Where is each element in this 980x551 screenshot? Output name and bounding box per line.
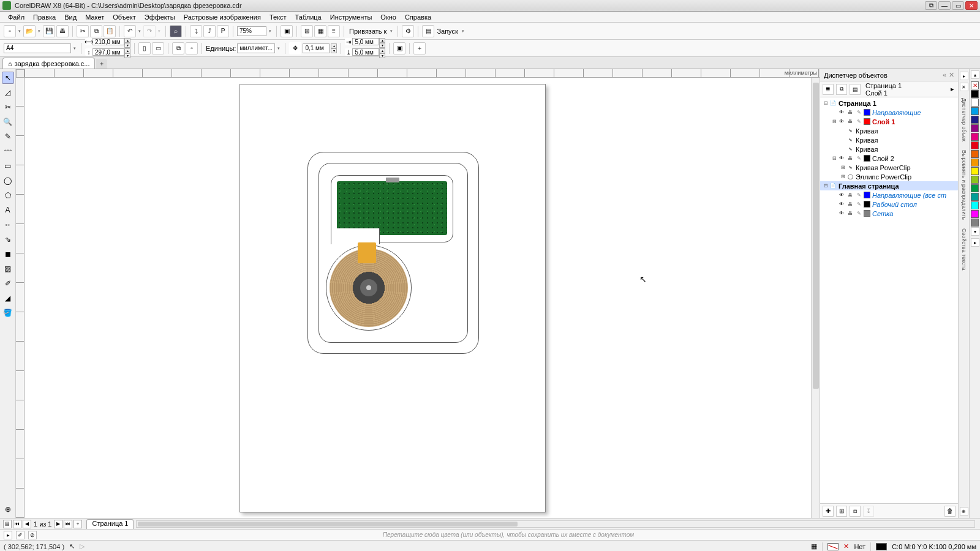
- parallel-dim-tool[interactable]: ↔: [2, 219, 14, 231]
- expand-icon[interactable]: ⊞: [840, 165, 846, 170]
- tree-row[interactable]: 👁🖶✎Рабочий стол: [820, 200, 958, 209]
- color-swatch[interactable]: [971, 107, 979, 115]
- add-page-button[interactable]: ＋: [74, 520, 82, 528]
- page-size-select[interactable]: [4, 43, 71, 53]
- transparency-tool[interactable]: ▨: [2, 263, 14, 275]
- page-options-button[interactable]: ▤: [3, 520, 12, 528]
- connector-tool[interactable]: ⇘: [2, 233, 14, 246]
- snap-dropdown[interactable]: ▾: [389, 25, 394, 37]
- editable-icon[interactable]: ✎: [855, 155, 862, 162]
- import-button[interactable]: ⤵: [190, 25, 202, 37]
- color-swatch[interactable]: [971, 99, 979, 107]
- corel-helper-button[interactable]: ⧉: [925, 1, 937, 10]
- add-document-button[interactable]: ＋: [96, 59, 107, 69]
- dup-x-input[interactable]: [352, 38, 379, 45]
- layer-color-swatch[interactable]: [864, 118, 870, 125]
- editable-icon[interactable]: ✎: [855, 201, 862, 208]
- dup-x-spinner[interactable]: ▴▾: [379, 38, 385, 48]
- color-swatch[interactable]: [971, 116, 979, 124]
- canvas[interactable]: миллиметры ↖: [16, 69, 820, 518]
- fullscreen-button[interactable]: ▣: [281, 25, 293, 37]
- vertical-scrollbar[interactable]: [811, 78, 820, 518]
- visibility-icon[interactable]: 👁: [838, 192, 845, 199]
- tree-row[interactable]: ∿Кривая: [820, 126, 958, 135]
- tree-row[interactable]: ⊟📄Главная страница: [820, 181, 958, 190]
- new-button[interactable]: ▫: [4, 25, 16, 37]
- close-button[interactable]: ✕: [965, 1, 978, 10]
- interactive-fill-tool[interactable]: ◢: [2, 292, 14, 304]
- docker-close-button[interactable]: ✕: [949, 71, 954, 78]
- page-size-dropdown[interactable]: ▾: [72, 42, 77, 54]
- options-button[interactable]: ⚙: [402, 25, 414, 37]
- polygon-tool[interactable]: ⬠: [2, 189, 14, 201]
- maximize-button[interactable]: ▭: [952, 1, 964, 10]
- color-swatch[interactable]: [971, 201, 979, 209]
- landscape-button[interactable]: ▭: [152, 42, 164, 54]
- copy-button[interactable]: ⧉: [90, 25, 102, 37]
- smart-fill-tool[interactable]: 🪣: [2, 307, 14, 319]
- prev-page-button[interactable]: ◀: [23, 520, 31, 528]
- fill-swatch[interactable]: [827, 543, 839, 550]
- page-height-input[interactable]: [92, 48, 124, 56]
- menu-текст[interactable]: Текст: [265, 12, 291, 22]
- palette-scroll-up[interactable]: ▴: [971, 70, 979, 79]
- visibility-icon[interactable]: 👁: [838, 201, 845, 208]
- horizontal-scrollbar[interactable]: [136, 520, 975, 528]
- units-select[interactable]: [237, 43, 275, 53]
- color-swatch[interactable]: [971, 219, 979, 227]
- collapse-dockers-button[interactable]: ▸: [960, 72, 968, 80]
- layer-color-swatch[interactable]: [864, 201, 870, 208]
- doc-palette-options[interactable]: ▸: [4, 531, 12, 539]
- printable-icon[interactable]: 🖶: [846, 118, 854, 126]
- cut-button[interactable]: ✂: [77, 25, 89, 37]
- publish-pdf-button[interactable]: P: [217, 25, 229, 37]
- palette-flyout[interactable]: ▸: [971, 238, 979, 247]
- docker-titlebar[interactable]: Диспетчер объектов «✕: [820, 69, 958, 81]
- visibility-icon[interactable]: 👁: [838, 210, 845, 217]
- save-button[interactable]: 💾: [43, 25, 55, 37]
- launch-label[interactable]: Запуск: [435, 28, 459, 35]
- width-spinner[interactable]: ▴▾: [124, 38, 130, 48]
- hscroll-thumb[interactable]: [138, 522, 518, 527]
- redo-button[interactable]: ↷: [143, 25, 156, 37]
- minimize-button[interactable]: —: [938, 1, 951, 10]
- artistic-media-tool[interactable]: 〰: [2, 145, 14, 157]
- expand-icon[interactable]: ⊟: [831, 156, 837, 161]
- crop-tool[interactable]: ✂: [2, 101, 14, 113]
- menu-файл[interactable]: Файл: [4, 12, 29, 22]
- color-swatch[interactable]: [971, 141, 979, 149]
- page-width-input[interactable]: [92, 38, 124, 45]
- ruler-corner[interactable]: [16, 69, 24, 78]
- menu-растровые изображения[interactable]: Растровые изображения: [179, 12, 265, 22]
- undo-dropdown[interactable]: ▾: [137, 25, 142, 37]
- add-docker-button[interactable]: ⊕: [960, 507, 968, 515]
- show-rulers-button[interactable]: ⊞: [301, 25, 313, 37]
- printable-icon[interactable]: 🖶: [846, 192, 854, 199]
- outline-swatch[interactable]: [876, 543, 887, 550]
- drop-shadow-tool[interactable]: ◼: [2, 248, 14, 260]
- zoom-input[interactable]: [237, 26, 266, 36]
- current-page-button[interactable]: ▫: [186, 42, 198, 54]
- search-content-button[interactable]: ⌕: [170, 25, 182, 37]
- palette-scroll-down[interactable]: ▾: [971, 227, 979, 236]
- undo-button[interactable]: ↶: [124, 25, 136, 37]
- redo-dropdown[interactable]: ▾: [157, 25, 162, 37]
- editable-icon[interactable]: ✎: [855, 192, 862, 199]
- zoom-tool[interactable]: 🔍: [2, 116, 14, 128]
- color-swatch[interactable]: [971, 124, 979, 132]
- launch-dropdown[interactable]: ▾: [461, 25, 466, 37]
- printable-icon[interactable]: 🖶: [846, 109, 854, 116]
- portrait-button[interactable]: ▯: [138, 42, 151, 54]
- color-swatch[interactable]: [971, 176, 979, 184]
- print-button[interactable]: 🖶: [56, 25, 69, 37]
- show-guidelines-button[interactable]: ≡: [328, 25, 340, 37]
- expand-icon[interactable]: ⊟: [823, 183, 829, 189]
- menu-вид[interactable]: Вид: [60, 12, 81, 22]
- zoom-dropdown[interactable]: ▾: [268, 25, 273, 37]
- close-docker-tab-button[interactable]: ✕: [960, 83, 968, 91]
- color-swatch[interactable]: [971, 184, 979, 192]
- dup-y-spinner[interactable]: ▴▾: [379, 48, 385, 58]
- edit-across-layers-button[interactable]: ⧉: [836, 84, 847, 95]
- show-grid-button[interactable]: ▦: [314, 25, 326, 37]
- page-tab[interactable]: Страница 1: [86, 519, 134, 529]
